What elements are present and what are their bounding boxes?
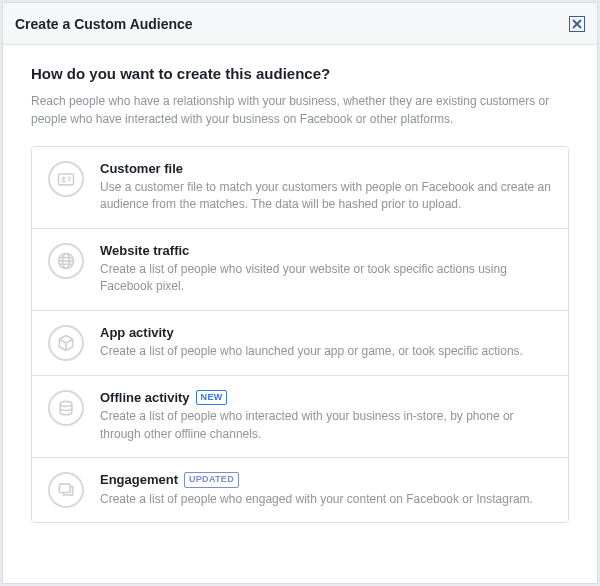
modal-body: How do you want to create this audience?…	[3, 45, 597, 583]
svg-point-1	[62, 177, 65, 180]
option-text: Offline activityNEWCreate a list of peop…	[100, 390, 552, 443]
option-title: Customer file	[100, 161, 183, 176]
id-card-icon	[48, 161, 84, 197]
close-icon	[572, 17, 582, 31]
options-list: Customer fileUse a customer file to matc…	[31, 146, 569, 523]
cube-icon	[48, 325, 84, 361]
badge-new: NEW	[196, 390, 228, 406]
option-title: Website traffic	[100, 243, 189, 258]
subtitle-text: Reach people who have a relationship wit…	[31, 92, 569, 128]
option-description: Create a list of people who interacted w…	[100, 408, 552, 443]
option-title: Offline activity	[100, 390, 190, 405]
option-title-row: EngagementUPDATED	[100, 472, 552, 488]
svg-rect-11	[59, 484, 70, 492]
option-globe[interactable]: Website trafficCreate a list of people w…	[32, 229, 568, 311]
option-offline[interactable]: Offline activityNEWCreate a list of peop…	[32, 376, 568, 458]
option-description: Create a list of people who visited your…	[100, 261, 552, 296]
close-button[interactable]	[569, 16, 585, 32]
option-cube[interactable]: App activityCreate a list of people who …	[32, 311, 568, 376]
option-description: Use a customer file to match your custom…	[100, 179, 552, 214]
modal-title: Create a Custom Audience	[15, 16, 569, 32]
option-text: Website trafficCreate a list of people w…	[100, 243, 552, 296]
option-title-row: Customer file	[100, 161, 552, 176]
offline-icon	[48, 390, 84, 426]
option-title-row: App activity	[100, 325, 552, 340]
option-description: Create a list of people who launched you…	[100, 343, 552, 360]
option-id-card[interactable]: Customer fileUse a customer file to matc…	[32, 147, 568, 229]
option-title: App activity	[100, 325, 174, 340]
create-custom-audience-modal: Create a Custom Audience How do you want…	[0, 0, 600, 586]
option-text: EngagementUPDATEDCreate a list of people…	[100, 472, 552, 508]
option-description: Create a list of people who engaged with…	[100, 491, 552, 508]
question-heading: How do you want to create this audience?	[31, 65, 569, 82]
option-text: Customer fileUse a customer file to matc…	[100, 161, 552, 214]
option-engagement[interactable]: EngagementUPDATEDCreate a list of people…	[32, 458, 568, 522]
engagement-icon	[48, 472, 84, 508]
svg-point-10	[60, 401, 72, 406]
modal-header: Create a Custom Audience	[3, 3, 597, 45]
option-title-row: Website traffic	[100, 243, 552, 258]
option-title-row: Offline activityNEW	[100, 390, 552, 406]
globe-icon	[48, 243, 84, 279]
badge-updated: UPDATED	[184, 472, 239, 488]
option-title: Engagement	[100, 472, 178, 487]
option-text: App activityCreate a list of people who …	[100, 325, 552, 360]
modal-inner: Create a Custom Audience How do you want…	[2, 2, 598, 584]
svg-rect-0	[59, 174, 74, 185]
